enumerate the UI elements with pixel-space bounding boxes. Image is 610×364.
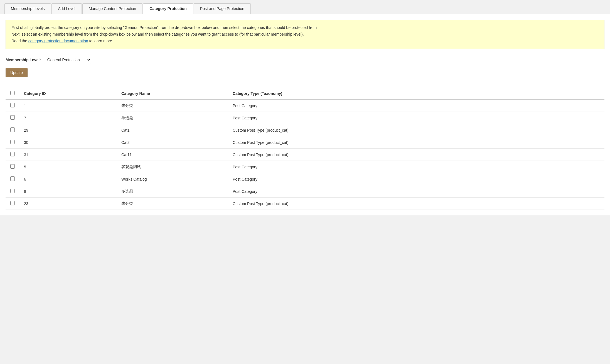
row-checkbox-1[interactable] [10,103,15,107]
row-category-type: Post Category [228,112,604,124]
table-row: 23未分类Custom Post Type (product_cat) [6,198,604,210]
table-row: 29Cat1Custom Post Type (product_cat) [6,124,604,136]
row-category-name: 客观题测试 [117,161,228,173]
row-checkbox-cell [6,136,19,149]
row-checkbox-29[interactable] [10,127,15,132]
row-checkbox-30[interactable] [10,140,15,144]
tab-post-page-protection[interactable]: Post and Page Protection [194,3,251,14]
tab-membership-levels[interactable]: Membership Levels [4,3,51,14]
row-category-id: 30 [19,136,117,149]
row-category-type: Post Category [228,185,604,198]
tabs-bar: Membership Levels Add Level Manage Conte… [0,0,610,14]
row-checkbox-cell [6,185,19,198]
row-category-name: Works Catalog [117,173,228,185]
row-category-id: 5 [19,161,117,173]
membership-level-label: Membership Level: [6,58,41,62]
row-category-type: Custom Post Type (product_cat) [228,136,604,149]
row-category-id: 23 [19,198,117,210]
row-checkbox-31[interactable] [10,152,15,156]
row-checkbox-cell [6,100,19,112]
row-category-id: 7 [19,112,117,124]
col-header-category-id: Category ID [19,87,117,100]
row-category-name: 未分类 [117,100,228,112]
row-checkbox-7[interactable] [10,115,15,120]
col-header-checkbox [6,87,19,100]
update-button[interactable]: Update [6,68,28,77]
row-category-type: Custom Post Type (product_cat) [228,124,604,136]
row-checkbox-23[interactable] [10,201,15,205]
row-category-name: 多选题 [117,185,228,198]
row-category-type: Post Category [228,173,604,185]
content-area: First of all, globally protect the categ… [0,14,610,215]
row-checkbox-cell [6,161,19,173]
row-checkbox-cell [6,124,19,136]
category-protection-doc-link[interactable]: category protection documentation [28,39,88,43]
info-line-2: Next, select an existing membership leve… [11,31,599,38]
row-checkbox-cell [6,173,19,185]
info-line-1: First of all, globally protect the categ… [11,24,599,31]
category-table: Category ID Category Name Category Type … [6,87,604,210]
row-category-id: 31 [19,149,117,161]
row-category-id: 8 [19,185,117,198]
table-row: 31Cat11Custom Post Type (product_cat) [6,149,604,161]
tab-category-protection[interactable]: Category Protection [143,3,193,14]
col-header-category-type: Category Type (Taxonomy) [228,87,604,100]
page-wrapper: Membership Levels Add Level Manage Conte… [0,0,610,364]
row-category-type: Custom Post Type (product_cat) [228,149,604,161]
tab-add-level[interactable]: Add Level [51,3,82,14]
row-category-name: 未分类 [117,198,228,210]
row-category-name: Cat11 [117,149,228,161]
info-box: First of all, globally protect the categ… [6,20,604,49]
row-category-name: Cat1 [117,124,228,136]
row-checkbox-6[interactable] [10,176,15,181]
row-checkbox-cell [6,198,19,210]
row-category-id: 6 [19,173,117,185]
row-category-type: Post Category [228,100,604,112]
row-category-type: Post Category [228,161,604,173]
table-row: 30Cat2Custom Post Type (product_cat) [6,136,604,149]
row-checkbox-cell [6,112,19,124]
table-row: 7单选题Post Category [6,112,604,124]
row-checkbox-cell [6,149,19,161]
row-checkbox-5[interactable] [10,164,15,169]
row-category-id: 1 [19,100,117,112]
membership-level-select[interactable]: General Protection [44,56,91,64]
membership-level-row: Membership Level: General Protection [6,56,604,64]
row-category-name: 单选题 [117,112,228,124]
info-line3-suffix: to learn more. [88,39,113,43]
tab-manage-content-protection[interactable]: Manage Content Protection [82,3,142,14]
select-all-checkbox[interactable] [10,91,15,95]
row-category-id: 29 [19,124,117,136]
table-row: 1未分类Post Category [6,100,604,112]
col-header-category-name: Category Name [117,87,228,100]
row-category-type: Custom Post Type (product_cat) [228,198,604,210]
info-line3-prefix: Read the [11,39,28,43]
row-checkbox-8[interactable] [10,189,15,193]
table-row: 6Works CatalogPost Category [6,173,604,185]
table-row: 8多选题Post Category [6,185,604,198]
table-row: 5客观题测试Post Category [6,161,604,173]
row-category-name: Cat2 [117,136,228,149]
info-line-3: Read the category protection documentati… [11,38,599,45]
table-header-row: Category ID Category Name Category Type … [6,87,604,100]
